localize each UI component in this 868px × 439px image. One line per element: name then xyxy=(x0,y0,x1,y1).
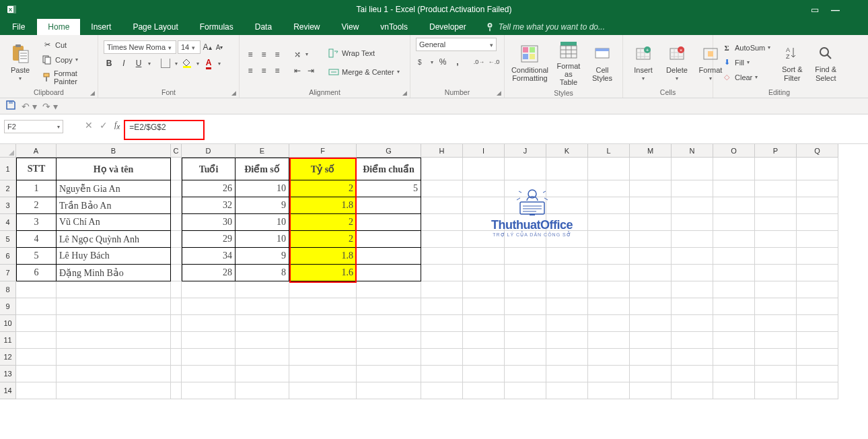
format-as-table-button[interactable]: Format as Table xyxy=(554,38,583,88)
cell[interactable] xyxy=(505,231,546,248)
cell[interactable] xyxy=(463,214,505,231)
cell[interactable] xyxy=(57,366,171,382)
cell[interactable] xyxy=(672,197,713,214)
cell[interactable] xyxy=(755,231,797,248)
column-header-A[interactable]: A xyxy=(16,144,57,157)
row-header-3[interactable]: 3 xyxy=(0,197,16,214)
cell[interactable] xyxy=(672,158,713,180)
paste-button[interactable]: Paste ▾ xyxy=(5,42,35,83)
cell[interactable] xyxy=(289,382,357,399)
cell[interactable] xyxy=(755,298,797,315)
cell[interactable] xyxy=(357,382,421,399)
tab-developer[interactable]: Developer xyxy=(419,19,477,35)
italic-button[interactable]: I xyxy=(118,58,129,69)
cell[interactable] xyxy=(236,315,289,332)
copy-button[interactable]: Copy ▾ xyxy=(39,53,92,67)
undo-icon[interactable]: ↶ ▾ xyxy=(22,101,37,112)
cell[interactable] xyxy=(797,180,838,197)
cell[interactable] xyxy=(546,315,588,332)
cell[interactable] xyxy=(713,197,755,214)
cell[interactable] xyxy=(171,349,182,366)
cell-tuoi[interactable]: 34 xyxy=(182,248,236,265)
font-dialog-launcher[interactable]: ◢ xyxy=(231,90,236,96)
row-header-14[interactable]: 14 xyxy=(0,382,16,399)
cell[interactable] xyxy=(630,248,672,265)
cell[interactable] xyxy=(630,231,672,248)
cell[interactable] xyxy=(713,366,755,382)
cell[interactable] xyxy=(713,281,755,298)
cell[interactable] xyxy=(505,197,546,214)
cell[interactable] xyxy=(421,281,463,298)
accounting-format-icon[interactable]: $ xyxy=(416,57,427,67)
cell[interactable] xyxy=(505,298,546,315)
minimize-button[interactable]: — xyxy=(831,5,840,15)
column-header-H[interactable]: H xyxy=(421,144,463,157)
cell[interactable] xyxy=(672,248,713,265)
cell[interactable] xyxy=(171,382,182,399)
font-color-button[interactable]: A xyxy=(203,58,214,69)
cell[interactable] xyxy=(463,366,505,382)
cell[interactable] xyxy=(463,180,505,197)
header-stt[interactable]: STT xyxy=(16,158,57,180)
cell[interactable] xyxy=(546,248,588,265)
cell[interactable] xyxy=(797,315,838,332)
redo-icon[interactable]: ↷ ▾ xyxy=(42,101,58,112)
cell-diemso[interactable]: 10 xyxy=(236,231,289,248)
name-box[interactable]: F2 ▾ xyxy=(4,120,63,133)
cell-tyso[interactable]: 1.6 xyxy=(289,265,357,281)
header-tyso[interactable]: Tỷ số xyxy=(289,158,357,180)
comma-format-icon[interactable]: , xyxy=(452,57,463,67)
decrease-indent-icon[interactable]: ⇤ xyxy=(292,65,303,76)
cell[interactable] xyxy=(463,298,505,315)
align-center-icon[interactable]: ≡ xyxy=(258,65,269,76)
cell[interactable] xyxy=(588,332,630,349)
cell[interactable] xyxy=(182,315,236,332)
cell[interactable] xyxy=(588,265,630,281)
row-header-12[interactable]: 12 xyxy=(0,349,16,366)
cell[interactable] xyxy=(236,332,289,349)
cell[interactable] xyxy=(630,265,672,281)
row-header-2[interactable]: 2 xyxy=(0,180,16,197)
cell[interactable] xyxy=(505,349,546,366)
cell[interactable] xyxy=(672,366,713,382)
column-header-N[interactable]: N xyxy=(672,144,713,157)
ribbon-options-icon[interactable]: ▭ xyxy=(811,5,819,15)
cell[interactable] xyxy=(546,180,588,197)
cell[interactable] xyxy=(588,197,630,214)
cell-diemso[interactable]: 8 xyxy=(236,265,289,281)
tab-insert[interactable]: Insert xyxy=(80,19,122,35)
cell[interactable] xyxy=(546,332,588,349)
cell[interactable] xyxy=(463,265,505,281)
delete-cells-button[interactable]: × Delete▾ xyxy=(662,42,692,83)
cell[interactable] xyxy=(630,158,672,180)
cell[interactable] xyxy=(289,315,357,332)
cell-stt[interactable]: 5 xyxy=(16,248,57,265)
number-format-combo[interactable]: General xyxy=(416,38,497,51)
cell[interactable] xyxy=(672,180,713,197)
increase-decimal-icon[interactable]: .0→ xyxy=(474,57,484,67)
tab-data[interactable]: Data xyxy=(244,19,283,35)
cell[interactable] xyxy=(630,315,672,332)
cell[interactable] xyxy=(182,349,236,366)
cell[interactable] xyxy=(463,315,505,332)
cell[interactable] xyxy=(546,382,588,399)
cell[interactable] xyxy=(672,332,713,349)
cell[interactable] xyxy=(357,332,421,349)
cell[interactable] xyxy=(357,315,421,332)
excel-app-icon[interactable]: X xyxy=(5,3,19,16)
cell-tuoi[interactable]: 32 xyxy=(182,197,236,214)
header-hoten[interactable]: Họ và tên xyxy=(57,158,171,180)
cell[interactable] xyxy=(755,349,797,366)
cell-hoten[interactable]: Lê Ngọc Quỳnh Anh xyxy=(57,231,171,248)
tab-file[interactable]: File xyxy=(0,19,37,35)
cell-diemchuan[interactable] xyxy=(357,214,421,231)
cell[interactable] xyxy=(171,231,182,248)
cell[interactable] xyxy=(171,214,182,231)
cell[interactable] xyxy=(630,349,672,366)
cell[interactable] xyxy=(672,281,713,298)
cell[interactable] xyxy=(546,349,588,366)
cell[interactable] xyxy=(797,382,838,399)
cell[interactable] xyxy=(505,315,546,332)
cell-hoten[interactable]: Vũ Chí An xyxy=(57,214,171,231)
cell[interactable] xyxy=(588,349,630,366)
